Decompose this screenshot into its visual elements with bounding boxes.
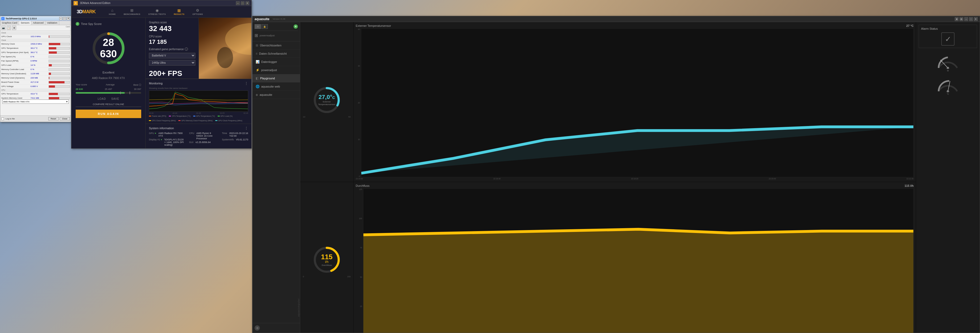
gpuz-tab-graphics[interactable]: Graphics Card <box>0 21 19 25</box>
tdmark-sysinfo-gpu-label: GPU ● <box>149 132 156 137</box>
aquasuite-close-btn[interactable]: ✕ <box>974 17 978 21</box>
tdmark-sysinfo-display-label: Display #1 ● <box>149 138 162 146</box>
tdmark-close-btn[interactable]: ✕ <box>245 1 249 5</box>
gpuz-footer-buttons: Reset Close <box>48 117 70 121</box>
tdmark-sysinfo-col1: GPU ● AMD Radeon RX 7900 XTX Display #1 … <box>149 132 184 146</box>
table-row: GPU Temperature 36.0 °C <box>1 46 70 51</box>
tdmark-nav-results[interactable]: ▦ RESULTS <box>174 8 185 15</box>
gpuz-bar-fanrpm <box>49 60 70 62</box>
aquacomputer-vertical-label: aquacomputer <box>297 298 300 317</box>
playground-icon: ◧ <box>256 76 259 80</box>
tdmark-load-button[interactable]: LOAD <box>98 97 106 100</box>
gpuz-app-icon: Z <box>1 17 5 20</box>
legend-item-fps: Frame rate (FPS) <box>149 115 166 117</box>
tdmark-chart-svg <box>149 91 248 111</box>
temp-gauge-value: 27,0°C <box>318 94 335 100</box>
gpuz-tab-advanced[interactable]: Advanced <box>31 21 45 25</box>
tdmark-run-again-button[interactable]: RUN AGAIN <box>76 109 141 118</box>
temp-x-5: 22:21:40 <box>907 178 914 180</box>
gpuz-close-btn[interactable]: ✕ <box>67 17 70 20</box>
aquasuite-add-button[interactable]: + <box>294 24 298 29</box>
tdmark-compare-bar <box>76 92 141 94</box>
tdmark-nav-home[interactable]: ⌂ HOME <box>109 8 116 15</box>
temp-gauge-text: 27,0°C ExternerTemperatursensor <box>318 94 335 106</box>
temp-chart-svg <box>361 29 913 177</box>
gpuz-reset-button[interactable]: Reset <box>48 117 59 121</box>
sidebar-item-datenschnell[interactable]: ≡ Daten-Schnellansicht <box>253 50 300 58</box>
table-row: GPU Clock 102.0 MHz <box>1 35 70 39</box>
tdmark-graphics-score: Graphics score 32 443 <box>149 21 196 33</box>
temp-gauge-label: ExternerTemperatursensor <box>318 101 335 106</box>
aquasuite-sidebar-top: ⊞ 🔒 + ⊞ powerreadjust <box>253 22 300 41</box>
gpuz-close-button[interactable]: Close <box>60 117 70 121</box>
options-icon: ⚙ <box>196 8 199 13</box>
tdmark-sysinfo-time-label: Time <box>222 132 227 137</box>
aquasuite-main-grid: 27,0°C ExternerTemperatursensor 10 50 Ex… <box>300 22 980 333</box>
gpuz-maximize-btn[interactable]: □ <box>63 17 66 20</box>
temp-y-20: 20 <box>356 102 360 104</box>
aquasuite-minimize-btn[interactable]: ─ <box>964 17 968 21</box>
tdmark-x-label-5: 02:45 <box>243 112 248 114</box>
table-row: Board Power Draw 417.0 W <box>1 80 70 84</box>
gpuz-label-fanpct: Fan Speed (%) <box>1 56 30 58</box>
gpuz-settings-btn[interactable]: ⚙ <box>12 26 16 30</box>
sidebar-item-poweradjust[interactable]: ⚡ poweradjust <box>253 66 300 74</box>
gpuz-value-gputemp-hot: 38.0 °C <box>30 51 49 54</box>
tdmark-sysinfo-col2: CPU AMD Ryzen 9 5950X 16-Core Processor … <box>189 132 216 146</box>
aquasuite-icon-btn1[interactable]: 🖥 <box>955 17 958 21</box>
sidebar-item-aquasuite-web[interactable]: 🌐 aquasuite web <box>253 82 300 91</box>
sidebar-item-aquasuite2-label: aquasuite <box>259 93 272 96</box>
gpuz-label-gputemp-hot: GPU Temperature (Hot Spot) <box>1 51 30 54</box>
aquasuite-nav-items: ⊞ Übersichtsseiten ≡ Daten-Schnellansich… <box>253 41 300 323</box>
tdmark-scores-panel: Graphics score 32 443 CPU score 17 185 E… <box>146 18 199 79</box>
tdmark-sysinfo-gui-row: GUI v2.25.8056.64 <box>189 141 216 144</box>
aquasuite-grid-view-btn[interactable]: ⊞ <box>255 24 261 29</box>
aquasuite-lock-btn[interactable]: 🔒 <box>261 24 268 29</box>
flow-gauge-minmax: 0 150 <box>303 276 351 278</box>
aquasuite-right-panel: Alarm Status ✓ <box>916 22 980 333</box>
tdmark-sysinfo-menu-btn[interactable]: ⋮ <box>245 126 248 130</box>
gpuz-minimize-btn[interactable]: ─ <box>59 17 62 20</box>
gpuz-camera-btn[interactable]: 📷 <box>1 26 6 30</box>
tdmark-sysinfo-gui-value: v2.25.8056.64 <box>196 141 210 144</box>
aquasuite-settings-button[interactable]: ⚙ <box>255 325 260 331</box>
flow-max-label: 150 <box>347 276 351 278</box>
gpuz-log-checkbox[interactable] <box>1 117 4 120</box>
gpuz-tab-validation[interactable]: Validation <box>45 21 59 25</box>
aquasuite-maximize-btn[interactable]: □ <box>969 17 973 21</box>
table-row: Memory Controller Load 0 % <box>1 67 70 71</box>
tdmark-monitoring-menu-btn[interactable]: ⋮ <box>245 81 248 86</box>
sidebar-item-uebersicht[interactable]: ⊞ Übersichtsseiten <box>253 41 300 50</box>
tdmark-sysinfo: System information ⋮ GPU ● AMD Radeon RX… <box>146 124 251 148</box>
tdmark-maximize-btn[interactable]: □ <box>241 1 245 5</box>
temp-x-1: 22:15:00 <box>356 178 363 180</box>
tdmark-nav-benchmarks[interactable]: ⊞ BENCHMARKS <box>124 8 140 15</box>
flow-y-125: 125 <box>356 189 362 190</box>
sidebar-item-aquasuite2[interactable]: ◈ aquasuite <box>253 91 300 99</box>
tdmark-resolution-select[interactable]: 1440p Ultra <box>149 60 196 65</box>
tdmark-nav-options[interactable]: ⚙ OPTIONS <box>192 8 203 15</box>
tdmark-test-name: ✓ Time Spy Score <box>76 22 141 26</box>
aquasuite-icon-btn2[interactable]: ⊞ <box>959 17 963 21</box>
watts-gauge: W Lüfter <box>935 51 961 72</box>
gpuz-tab-sensors[interactable]: Sensors <box>19 21 31 25</box>
gpuz-copy-btn[interactable]: 📋 <box>6 26 11 30</box>
sidebar-item-datenlogger[interactable]: 📊 Datenlogger <box>253 58 300 66</box>
tdmark-save-button[interactable]: SAVE <box>111 97 119 100</box>
tdmark-perf-section: Estimated game performance i Battlefield… <box>149 48 196 78</box>
gpuz-value-fanpct: 0 % <box>30 56 49 58</box>
tdmark-sysinfo-gui-label: GUI <box>189 141 193 144</box>
tdmark-nav-home-label: HOME <box>109 13 116 15</box>
table-row: GPU Load 14 % <box>1 63 70 67</box>
tdmark-nav-stress[interactable]: ◉ STRESS TESTS <box>148 8 166 15</box>
tdmark-left-panel: ✓ Time Spy Score 28 630 <box>72 18 146 148</box>
table-row: GPU Temperature (Hot Spot) 38.0 °C <box>1 51 70 55</box>
tdmark-minimize-btn[interactable]: ─ <box>236 1 240 5</box>
gpuz-label-gpuclock: GPU Clock <box>1 35 30 38</box>
analog-gauges: W Lüfter °C Lüfter <box>919 51 977 95</box>
gpuz-model-select[interactable]: AMD Radeon RX 7900 XTX ▼ <box>2 100 69 104</box>
sidebar-item-playground[interactable]: ◧ Playground <box>253 74 300 82</box>
tdmark-compare-button[interactable]: COMPARE RESULT ONLINE <box>76 103 141 107</box>
tdmark-game-select[interactable]: Battlefield V <box>149 53 196 59</box>
gpuz-tabs: Graphics Card Sensors Advanced Validatio… <box>0 21 71 25</box>
